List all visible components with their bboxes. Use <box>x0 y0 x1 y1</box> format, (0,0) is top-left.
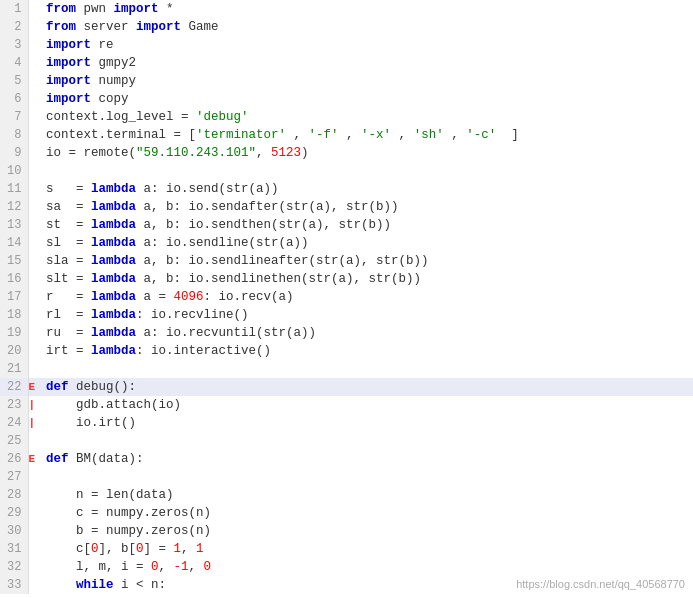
line-number: 13 <box>0 216 28 234</box>
line-number: 17 <box>0 288 28 306</box>
gutter-mark <box>28 144 38 162</box>
line-number: 14 <box>0 234 28 252</box>
code-line: gdb.attach(io) <box>38 396 693 414</box>
code-line: r = lambda a = 4096: io.recv(a) <box>38 288 693 306</box>
num-token: 1 <box>196 542 204 556</box>
plain-token: : io.interactive() <box>136 344 271 358</box>
line-number: 23 <box>0 396 28 414</box>
line-number: 24 <box>0 414 28 432</box>
line-number: 22 <box>0 378 28 396</box>
kw-token: import <box>114 2 159 16</box>
line-number: 30 <box>0 522 28 540</box>
line-number: 16 <box>0 270 28 288</box>
line-number: 19 <box>0 324 28 342</box>
plain-token: a, b: io.sendlinethen(str(a), str(b)) <box>136 272 421 286</box>
plain-token: , <box>159 560 174 574</box>
code-line: from pwn import * <box>38 0 693 18</box>
plain-token: gmpy2 <box>91 56 136 70</box>
line-number: 31 <box>0 540 28 558</box>
plain-token: : io.recv(a) <box>204 290 294 304</box>
line-number: 32 <box>0 558 28 576</box>
code-line: ru = lambda a: io.recvuntil(str(a)) <box>38 324 693 342</box>
gutter-mark <box>28 288 38 306</box>
gutter-mark <box>28 270 38 288</box>
str-token: '-f' <box>309 128 339 142</box>
str-token: "59.110.243.101" <box>136 146 256 160</box>
code-line: s = lambda a: io.send(str(a)) <box>38 180 693 198</box>
plain-token: sa = <box>46 200 91 214</box>
line-number: 2 <box>0 18 28 36</box>
gutter-mark: | <box>28 396 38 414</box>
line-number: 20 <box>0 342 28 360</box>
plain-token: , <box>391 128 414 142</box>
plain-token: i < n: <box>114 578 167 592</box>
plain-token: a: io.recvuntil(str(a)) <box>136 326 316 340</box>
str-token: 'terminator' <box>196 128 286 142</box>
kw-token: lambda <box>91 182 136 196</box>
line-number: 8 <box>0 126 28 144</box>
gutter-mark: E <box>28 450 38 468</box>
line-number: 26 <box>0 450 28 468</box>
gutter-mark <box>28 108 38 126</box>
plain-token: io = remote( <box>46 146 136 160</box>
gutter-mark <box>28 360 38 378</box>
plain-token: b = numpy.zeros(n) <box>46 524 211 538</box>
kw-token: lambda <box>91 272 136 286</box>
gutter-mark <box>28 306 38 324</box>
plain-token: , <box>444 128 467 142</box>
kw-token: def <box>46 452 69 466</box>
gutter-mark <box>28 216 38 234</box>
code-line: l, m, i = 0, -1, 0 <box>38 558 693 576</box>
code-line: import numpy <box>38 72 693 90</box>
line-number: 15 <box>0 252 28 270</box>
line-number: 12 <box>0 198 28 216</box>
kw-token: import <box>136 20 181 34</box>
plain-token: r = <box>46 290 91 304</box>
plain-token: Game <box>181 20 219 34</box>
line-number: 6 <box>0 90 28 108</box>
plain-token: , <box>189 560 204 574</box>
plain-token: : io.recvline() <box>136 308 249 322</box>
code-line: while i < n: <box>38 576 693 594</box>
plain-token: debug(): <box>69 380 137 394</box>
kw-token: lambda <box>91 200 136 214</box>
gutter-mark <box>28 126 38 144</box>
kw-token: import <box>46 56 91 70</box>
plain-token: c = numpy.zeros(n) <box>46 506 211 520</box>
code-table: 1from pwn import *2from server import Ga… <box>0 0 693 594</box>
num-token: 0 <box>204 560 212 574</box>
line-number: 29 <box>0 504 28 522</box>
plain-token: c[ <box>46 542 91 556</box>
kw-token: from <box>46 2 76 16</box>
gutter-mark <box>28 0 38 18</box>
num-token: 5123 <box>271 146 301 160</box>
plain-token: l, m, i = <box>46 560 151 574</box>
num-token: 0 <box>91 542 99 556</box>
code-line <box>38 432 693 450</box>
plain-token: , <box>286 128 309 142</box>
kw-token: lambda <box>91 308 136 322</box>
plain-token: a: io.sendline(str(a)) <box>136 236 309 250</box>
line-number: 7 <box>0 108 28 126</box>
gutter-mark <box>28 522 38 540</box>
plain-token: context.terminal = [ <box>46 128 196 142</box>
code-line: sl = lambda a: io.sendline(str(a)) <box>38 234 693 252</box>
code-line: import gmpy2 <box>38 54 693 72</box>
code-line: context.log_level = 'debug' <box>38 108 693 126</box>
kw-token: lambda <box>91 254 136 268</box>
code-line: irt = lambda: io.interactive() <box>38 342 693 360</box>
gutter-mark <box>28 558 38 576</box>
plain-token: pwn <box>76 2 114 16</box>
num-token: 4096 <box>174 290 204 304</box>
gutter-mark <box>28 504 38 522</box>
code-line: def BM(data): <box>38 450 693 468</box>
gutter-mark <box>28 252 38 270</box>
plain-token: BM(data): <box>69 452 144 466</box>
code-editor: 1from pwn import *2from server import Ga… <box>0 0 693 598</box>
line-number: 10 <box>0 162 28 180</box>
code-line: sla = lambda a, b: io.sendlineafter(str(… <box>38 252 693 270</box>
code-line: b = numpy.zeros(n) <box>38 522 693 540</box>
code-line: c[0], b[0] = 1, 1 <box>38 540 693 558</box>
line-number: 11 <box>0 180 28 198</box>
num-token: 0 <box>136 542 144 556</box>
